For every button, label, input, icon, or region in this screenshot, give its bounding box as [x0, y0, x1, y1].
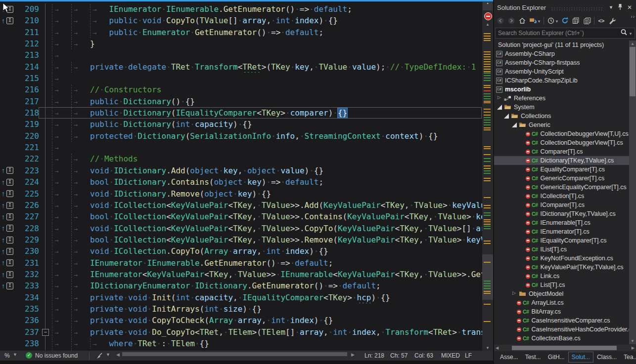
view-code-button[interactable]: <>: [596, 16, 607, 26]
code-text[interactable]: →→void·IDictionary.Add(object·key,·objec…: [52, 165, 482, 176]
tree-hscroll-thumb[interactable]: [512, 346, 617, 350]
line-number[interactable]: 227: [18, 211, 39, 222]
code-line[interactable]: 214→→private·delegate·TRet·Transform<TRe…: [0, 61, 482, 73]
inheritance-box-icon[interactable]: I: [6, 271, 13, 278]
line-number[interactable]: 224: [18, 176, 39, 188]
implements-arrow-icon[interactable]: ↑: [1, 213, 5, 220]
code-line[interactable]: ↑I228→→void·ICollection<KeyValuePair<TKe…: [0, 223, 482, 234]
code-line[interactable]: 221→: [0, 142, 482, 153]
code-line[interactable]: 212→→}: [0, 38, 482, 49]
search-input[interactable]: Search Solution Explorer (Ctrl+¨): [496, 30, 620, 37]
code-text[interactable]: →→private·void·Do_CopyTo<TRet,·TElem>(TE…: [52, 326, 482, 338]
code-line[interactable]: 236→→private·void·CopyToCheck(Array·arra…: [0, 315, 482, 326]
inheritance-margin[interactable]: ↑I: [0, 202, 18, 209]
expanded-arrow-icon[interactable]: [504, 114, 509, 119]
code-text[interactable]: →→bool·IDictionary.Contains(object·key)·…: [52, 176, 482, 188]
code-text[interactable]: →: [52, 142, 482, 153]
tree-item-assembly-csharp[interactable]: C#Assembly-CSharp: [494, 49, 629, 58]
collapse-all-button[interactable]: [571, 16, 582, 26]
line-number[interactable]: 219: [18, 119, 39, 130]
line-number[interactable]: 209: [18, 3, 39, 15]
code-text[interactable]: →→void·IDictionary.Remove(object·key)·{}: [52, 188, 482, 200]
line-number[interactable]: 233: [18, 280, 39, 291]
code-line[interactable]: 215→: [0, 73, 482, 84]
implements-arrow-icon[interactable]: ↑: [1, 271, 5, 278]
broom-caret-icon[interactable]: ▼: [106, 352, 110, 357]
tree-item-ienumerable-t-cs[interactable]: C#IEnumerable[T].cs: [494, 218, 629, 227]
line-number[interactable]: 238: [18, 338, 39, 349]
hscroll-left-arrow-icon[interactable]: ◀: [116, 352, 120, 357]
code-line[interactable]: ↑I226→→void·ICollection<KeyValuePair<TKe…: [0, 200, 482, 211]
code-text[interactable]: →→bool·ICollection<KeyValuePair<TKey,·TV…: [52, 211, 482, 222]
code-line[interactable]: ↑I224→→bool·IDictionary.Contains(object·…: [0, 176, 482, 188]
tree-item-references[interactable]: ▷References: [494, 94, 629, 103]
code-text[interactable]: →: [52, 49, 482, 61]
code-text[interactable]: →→protected·Dictionary(SerializationInfo…: [52, 130, 482, 142]
tree-item-icollection-t-cs[interactable]: C#ICollection[T].cs: [494, 192, 629, 201]
code-text[interactable]: →→private·void·InitArrays(int·size)·{}: [52, 303, 482, 315]
inheritance-box-icon[interactable]: I: [6, 237, 13, 243]
status-eol[interactable]: LF: [465, 352, 472, 359]
tree-scroll-right-icon[interactable]: ▶: [632, 346, 635, 350]
tree-item-caseinsensitivehashcodeprovider-cs[interactable]: C#CaseInsensitiveHashCodeProvider.cs: [494, 325, 629, 334]
inheritance-box-icon[interactable]: I: [6, 283, 13, 289]
code-line[interactable]: 217→→public·Dictionary()·{}: [0, 96, 482, 107]
code-text[interactable]: →→IEnumerator<KeyValuePair<TKey,·TValue>…: [52, 269, 482, 280]
line-number[interactable]: 232: [18, 269, 39, 280]
line-number[interactable]: 210: [18, 15, 39, 26]
status-line-ending-mode[interactable]: MIXED: [441, 352, 460, 359]
solution-explorer-titlebar[interactable]: Solution Explorer ▼ ✕: [494, 0, 636, 14]
tree-horizontal-scrollbar[interactable]: ◀ ▶: [494, 345, 636, 351]
code-text[interactable]: →→private·void·CopyToCheck(Array·array,·…: [52, 315, 482, 326]
inheritance-margin[interactable]: ↑I: [0, 259, 18, 266]
implements-arrow-icon[interactable]: ↑: [1, 17, 5, 24]
inheritance-box-icon[interactable]: I: [6, 213, 13, 220]
zoom-control[interactable]: %: [4, 352, 10, 359]
tree-item-bitarray-cs[interactable]: C#BitArray.cs: [494, 307, 629, 316]
tool-tab-asse[interactable]: Asse...: [497, 352, 522, 363]
line-number[interactable]: 212: [18, 38, 39, 49]
tree-item-system[interactable]: System: [494, 103, 629, 112]
code-line[interactable]: ↑I209→→→IEnumerator·IEnumerable.GetEnume…: [0, 3, 482, 15]
zoom-caret-icon[interactable]: ▼: [13, 352, 17, 357]
code-line[interactable]: 234→→private·void·Init(int·capacity,·IEq…: [0, 292, 482, 303]
inheritance-margin[interactable]: ↑I: [0, 213, 18, 220]
implements-arrow-icon[interactable]: ↑: [1, 237, 5, 243]
code-line[interactable]: ↑I231→→IEnumerator·IEnumerable.GetEnumer…: [0, 257, 482, 269]
line-number[interactable]: 230: [18, 245, 39, 257]
tool-tab-solut[interactable]: Solut...: [568, 352, 593, 363]
split-editor-grip[interactable]: ▴: [483, 2, 493, 10]
code-text[interactable]: →→void·ICollection<KeyValuePair<TKey,·TV…: [52, 200, 482, 211]
line-number[interactable]: 229: [18, 234, 39, 245]
back-button[interactable]: [495, 16, 506, 26]
inheritance-margin[interactable]: ↑I: [0, 271, 18, 278]
implements-arrow-icon[interactable]: ↑: [1, 190, 5, 197]
tree-item-iequalitycomparer-t-cs[interactable]: C#IEqualityComparer[T].cs: [494, 236, 629, 245]
sync-caret-icon[interactable]: ▼: [537, 19, 541, 24]
code-line[interactable]: 222→→//·Methods: [0, 153, 482, 164]
editor-vertical-scrollbar[interactable]: ▴ ▲ ▼: [482, 1, 493, 351]
collapsed-arrow-icon[interactable]: ▷: [498, 95, 501, 100]
filter-caret-icon[interactable]: ▼: [555, 19, 559, 24]
implements-arrow-icon[interactable]: ↑: [1, 259, 5, 266]
inheritance-margin[interactable]: ↑I: [0, 237, 18, 243]
implements-arrow-icon[interactable]: ↑: [1, 167, 5, 174]
search-icon[interactable]: [620, 29, 628, 38]
line-number[interactable]: 220: [18, 130, 39, 142]
inheritance-margin[interactable]: ↑I: [0, 17, 18, 24]
code-line[interactable]: ↑I232→→IEnumerator<KeyValuePair<TKey,·TV…: [0, 269, 482, 280]
inheritance-margin[interactable]: ↑I: [0, 179, 18, 186]
code-line[interactable]: 218→→public·Dictionary(IEqualityComparer…: [0, 107, 482, 119]
tree-item-icomparer-t-cs[interactable]: C#IComparer[T].cs: [494, 201, 629, 209]
forward-button[interactable]: [506, 16, 517, 26]
code-text[interactable]: →→bool·ICollection<KeyValuePair<TKey,·TV…: [52, 234, 482, 245]
line-number[interactable]: 216: [18, 84, 39, 95]
line-number[interactable]: 228: [18, 223, 39, 234]
code-text[interactable]: →→//·Methods: [52, 153, 482, 164]
fold-margin[interactable]: −: [39, 326, 52, 338]
format-broom-icon[interactable]: [95, 352, 103, 361]
code-line[interactable]: ↑I223→→void·IDictionary.Add(object·key,·…: [0, 165, 482, 176]
code-text[interactable]: →→private·delegate·TRet·Transform<TRet>(…: [52, 61, 482, 73]
line-number[interactable]: 218: [18, 107, 39, 119]
tree-item-genericcomparer-t-cs[interactable]: C#GenericComparer[T].cs: [494, 174, 629, 183]
